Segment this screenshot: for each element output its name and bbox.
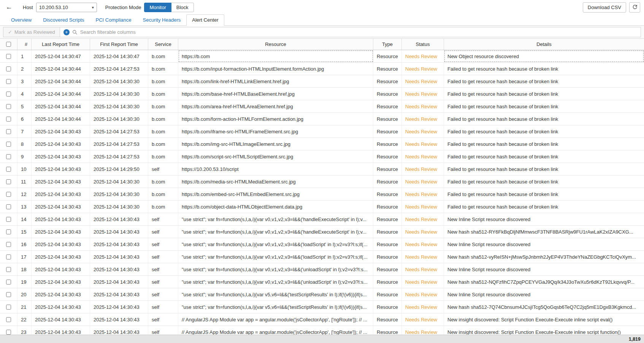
resource-cell[interactable]: "use strict"; var fn=function(s,l,a,i){v… [178,288,373,300]
row-checkbox[interactable] [6,317,11,322]
table-row[interactable]: 16 2025-12-04 14:30:43 2025-12-04 14:30:… [0,238,644,251]
last-report-time-cell: 2025-12-04 14:30:43 [32,125,90,138]
service-cell: self [148,163,178,175]
table-row[interactable]: 7 2025-12-04 14:30:43 2025-12-04 14:27:5… [0,125,644,138]
refresh-button[interactable] [629,2,640,13]
table-row[interactable]: 14 2025-12-04 14:30:43 2025-12-04 14:30:… [0,213,644,226]
last-report-time-cell: 2025-12-04 14:30:44 [32,63,90,75]
resource-cell[interactable]: "use strict"; var fn=function(s,l,a,i){v… [178,263,373,275]
table-row[interactable]: 15 2025-12-04 14:30:43 2025-12-04 14:30:… [0,226,644,238]
table-row[interactable]: 13 2025-12-04 14:30:43 2025-12-04 14:30:… [0,201,644,213]
add-filter-icon[interactable]: + [63,29,70,35]
resource-cell[interactable]: "use strict"; var fn=function(s,l,a,i){v… [178,301,373,313]
row-checkbox[interactable] [6,142,11,147]
table-row[interactable]: 17 2025-12-04 14:30:43 2025-12-04 14:30:… [0,251,644,263]
table-row[interactable]: 18 2025-12-04 14:30:43 2025-12-04 14:30:… [0,263,644,276]
resource-cell[interactable]: https://b.com/media-src-HTMLMediaElement… [178,175,373,188]
row-checkbox[interactable] [6,167,11,172]
row-checkbox[interactable] [6,104,11,109]
tab-overview[interactable]: Overview [5,14,37,26]
header-last-report-time[interactable]: Last Report Time [32,39,90,50]
row-checkbox[interactable] [6,66,11,71]
resource-cell[interactable]: https://b.com/script-src-HTMLScriptEleme… [178,150,373,163]
select-all-checkbox[interactable] [6,42,11,47]
header-status[interactable]: Status [402,39,444,50]
tab-pci-compliance[interactable]: PCI Compliance [90,14,137,26]
row-checkbox[interactable] [6,242,11,247]
header-details[interactable]: Details [444,39,644,50]
table-row[interactable]: 21 2025-12-04 14:30:43 2025-12-04 14:30:… [0,301,644,313]
row-checkbox[interactable] [6,179,11,184]
row-checkbox[interactable] [6,292,11,297]
row-checkbox[interactable] [6,117,11,122]
row-checkbox[interactable] [6,204,11,209]
status-badge: Needs Review [402,263,444,275]
row-checkbox[interactable] [6,330,11,335]
search-input[interactable] [80,29,637,35]
download-csv-button[interactable]: Download CSV [583,2,626,13]
table-row[interactable]: 9 2025-12-04 14:30:43 2025-12-04 14:27:5… [0,150,644,163]
resource-cell[interactable]: "use strict"; var fn=function(s,l,a,i){v… [178,276,373,288]
resource-cell[interactable]: // AngularJS App Module var app = angula… [178,326,373,335]
details-cell: Failed to get resource hash because of b… [444,113,644,125]
resource-cell[interactable]: https://b.com/area-href-HTMLAreaElement.… [178,100,373,112]
monitor-button[interactable]: Monitor [144,3,171,12]
service-cell: b.com [148,88,178,100]
row-checkbox[interactable] [6,254,11,259]
row-checkbox[interactable] [6,229,11,234]
header-service[interactable]: Service [148,39,178,50]
table-row[interactable]: 19 2025-12-04 14:30:43 2025-12-04 14:30:… [0,276,644,288]
resource-cell[interactable]: https://b.com/iframe-src-HTMLIFrameEleme… [178,125,373,138]
last-report-time-cell: 2025-12-04 14:30:43 [32,163,90,175]
resource-cell[interactable]: https://b.com/object-data-HTMLObjectElem… [178,201,373,213]
table-row[interactable]: 22 2025-12-04 14:30:43 2025-12-04 14:30:… [0,313,644,326]
resource-cell[interactable]: https://b.com/img-src-HTMLImageElement.s… [178,138,373,150]
resource-cell[interactable]: "use strict"; var fn=function(s,l,a,i){v… [178,251,373,263]
host-select[interactable]: 10.200.53.10 ▾ [36,3,97,12]
row-checkbox[interactable] [6,54,11,59]
row-checkbox[interactable] [6,217,11,222]
resource-cell[interactable]: https://b.com/embed-src-HTMLEmbedElement… [178,188,373,200]
table-row[interactable]: 20 2025-12-04 14:30:43 2025-12-04 14:30:… [0,288,644,301]
table-row[interactable]: 6 2025-12-04 14:30:44 2025-12-04 14:30:3… [0,113,644,125]
row-checkbox[interactable] [6,154,11,159]
row-checkbox[interactable] [6,267,11,272]
back-button[interactable]: ← [4,2,14,13]
resource-cell[interactable]: // AngularJS App Module var app = angula… [178,313,373,326]
resource-cell[interactable]: https://b.com [178,50,373,62]
tab-security-headers[interactable]: Security Headers [137,14,187,26]
resource-cell[interactable]: https://b.com/base-href-HTMLBaseElement.… [178,88,373,100]
resource-cell[interactable]: https://b.com/form-action-HTMLFormElemen… [178,113,373,125]
row-checkbox[interactable] [6,79,11,84]
resource-cell[interactable]: "use strict"; var fn=function(s,l,a,i){v… [178,238,373,250]
resource-cell[interactable]: "use strict"; var fn=function(s,l,a,i){v… [178,213,373,225]
tab-discovered-scripts[interactable]: Discovered Scripts [37,14,90,26]
header-first-report-time[interactable]: First Report Time [90,39,148,50]
resource-cell[interactable]: https://10.200.53.10/script [178,163,373,175]
mark-as-reviewed-button[interactable]: ✓ Mark as Reviewed [3,27,60,37]
row-checkbox[interactable] [6,92,11,96]
table-row[interactable]: 23 2025-12-04 14:30:43 2025-12-04 14:30:… [0,326,644,335]
resource-cell[interactable]: https://b.com/link-href-HTMLLinkElement.… [178,75,373,87]
row-checkbox[interactable] [6,280,11,285]
row-checkbox[interactable] [6,305,11,310]
resource-cell[interactable]: https://b.com/input-formaction-HTMLInput… [178,63,373,75]
header-type[interactable]: Type [373,39,402,50]
table-row[interactable]: 10 2025-12-04 14:30:43 2025-12-04 14:29:… [0,163,644,175]
tab-alert-center[interactable]: Alert Center [186,14,224,26]
table-row[interactable]: 5 2025-12-04 14:30:44 2025-12-04 14:30:3… [0,100,644,113]
resource-cell[interactable]: "use strict"; var fn=function(s,l,a,i){v… [178,226,373,238]
first-report-time-cell: 2025-12-04 14:30:43 [90,276,148,288]
block-button[interactable]: Block [171,3,194,12]
table-row[interactable]: 8 2025-12-04 14:30:43 2025-12-04 14:27:5… [0,138,644,150]
type-cell: Resource [373,188,402,200]
row-checkbox[interactable] [6,129,11,134]
header-resource[interactable]: Resource [178,39,373,50]
table-row[interactable]: 3 2025-12-04 14:30:44 2025-12-04 14:30:3… [0,75,644,88]
table-row[interactable]: 2 2025-12-04 14:30:44 2025-12-04 14:27:5… [0,63,644,75]
row-checkbox[interactable] [6,192,11,197]
table-row[interactable]: 12 2025-12-04 14:30:43 2025-12-04 14:30:… [0,188,644,201]
table-row[interactable]: 1 2025-12-04 14:30:47 2025-12-04 14:30:4… [0,50,644,63]
table-row[interactable]: 4 2025-12-04 14:30:44 2025-12-04 14:30:3… [0,88,644,100]
table-row[interactable]: 11 2025-12-04 14:30:43 2025-12-04 14:30:… [0,175,644,188]
